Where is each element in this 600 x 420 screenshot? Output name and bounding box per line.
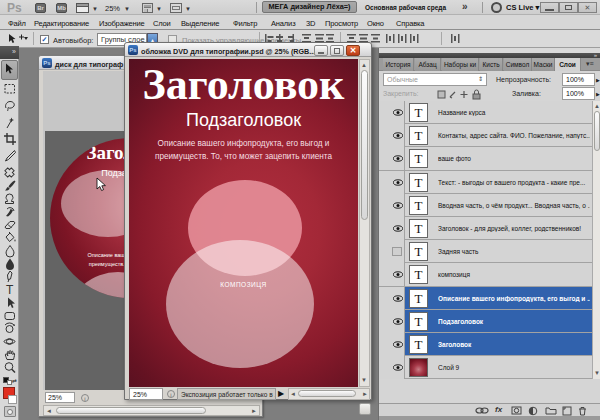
- svg-text:T: T: [6, 283, 14, 297]
